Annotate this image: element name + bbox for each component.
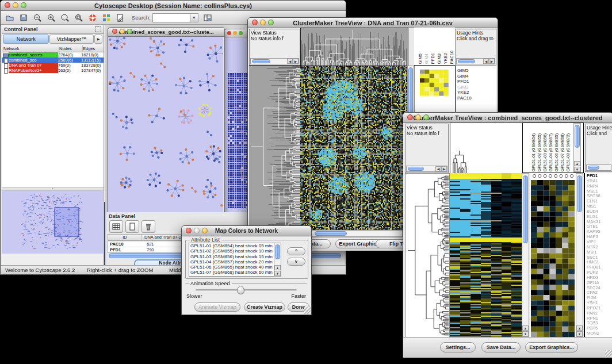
tv2-gene-item[interactable]: SPC98	[587, 194, 612, 199]
animate-vizmap-button[interactable]: Animate Vizmap	[194, 302, 240, 312]
speed-slider-thumb[interactable]	[237, 286, 244, 294]
network-list-row[interactable]: RNAPuberNov2+563(0)107847(0)	[2, 68, 104, 73]
network-list-row[interactable]: combined_sco2569(6)13112(15)	[2, 58, 104, 63]
table-import-icon[interactable]	[201, 12, 214, 24]
tv2-gene-item[interactable]: YRA1	[587, 179, 612, 184]
float-panel-icon[interactable]	[95, 26, 101, 32]
tv2-save-data-button[interactable]: Save Data...	[481, 342, 521, 352]
help-lifebuoy-icon[interactable]	[86, 12, 99, 24]
tv1-gene-item[interactable]: PFD1	[457, 79, 496, 85]
tv2-gene-item[interactable]: KAP95	[587, 229, 612, 235]
minimize-button[interactable]	[415, 114, 421, 120]
attribute-list-item[interactable]: GPL51-06 (GSM865) heat shock 40 min	[189, 265, 274, 270]
close-button[interactable]	[5, 2, 10, 8]
zoom-button[interactable]	[239, 31, 243, 35]
tv1-gene-item[interactable]: GIM3	[457, 85, 496, 90]
tv2-gene-item[interactable]: FIG4	[587, 296, 612, 301]
attribute-list-item[interactable]: GPL51-01 (GSM854) heat shock 05 min	[189, 243, 274, 248]
minimize-button[interactable]	[233, 31, 237, 35]
network-list-row[interactable]: DNA and Tran 07769(0)183728(0)	[2, 63, 104, 68]
tab-network[interactable]: Network	[3, 35, 49, 44]
vizmapper-grid-icon[interactable]	[100, 12, 113, 24]
tv1-gene-item[interactable]: GIM4	[457, 74, 496, 79]
tv1-heatmap-hscrollbar[interactable]: ◀ ▶	[300, 230, 414, 237]
attribute-grid-icon[interactable]	[109, 220, 123, 233]
network-canvas-1[interactable]	[108, 37, 223, 212]
attribute-list-item[interactable]: GPL51-04 (GSM857) heat shock 20 min	[189, 259, 274, 265]
tv2-gene-item[interactable]: MON2	[587, 331, 612, 336]
main-titlebar[interactable]: Cytoscape Desktop (Session Name: collins…	[1, 1, 346, 11]
speed-slider-track[interactable]	[196, 289, 297, 291]
tv1-column-label[interactable]: GIM5	[418, 53, 423, 64]
minimize-button[interactable]	[194, 228, 200, 233]
tv2-gene-item[interactable]: SEC1	[587, 255, 612, 260]
tv1-column-label[interactable]: PFD1	[430, 53, 435, 64]
tab-vizmapper[interactable]: VizMapper™	[49, 35, 94, 44]
delete-attribute-icon[interactable]	[141, 220, 155, 233]
tv2-gene-item[interactable]: HMG1	[587, 260, 612, 265]
tv2-gene-item[interactable]: NIS1	[587, 204, 612, 209]
tv1-gene-item[interactable]: PAC10	[457, 95, 496, 101]
tv2-gene-item[interactable]: TCB3	[587, 321, 612, 326]
zoom-button[interactable]	[268, 20, 274, 25]
tv1-column-dendrogram[interactable]	[300, 28, 408, 67]
tv2-gene-item[interactable]: HRD3	[587, 275, 612, 281]
tv2-row-dendrogram[interactable]	[405, 173, 450, 338]
network2-titlebar[interactable]	[225, 29, 250, 37]
tv1-gene-item[interactable]: YKE2	[457, 90, 496, 95]
resize-grip[interactable]	[605, 350, 612, 357]
tv2-heatmap-vscrollbar[interactable]: ▲ ▼	[522, 173, 529, 337]
tv2-labels-scrollbar[interactable]: ▲ ▼	[573, 123, 581, 173]
tv1-similarity-matrix[interactable]	[420, 70, 449, 96]
tv2-column-label[interactable]: GPL51-01 (GSM854)	[531, 133, 536, 171]
tv2-column-label[interactable]: GPL51-04 (GSM857)	[548, 133, 553, 171]
tv2-gene-item[interactable]: CLN1	[587, 199, 612, 204]
tv2-column-label[interactable]: GPL51-08 (GSM872)	[565, 133, 571, 171]
zoom-button[interactable]	[202, 228, 208, 233]
zoom-button[interactable]	[127, 29, 132, 34]
treeview1-titlebar[interactable]: ClusterMaker TreeView : DNA and Tran 07-…	[248, 18, 498, 28]
search-input[interactable]	[152, 13, 190, 22]
tv2-gene-item[interactable]: YSH1	[587, 301, 612, 306]
zoom-fit-icon[interactable]	[59, 12, 71, 24]
network-canvas-2[interactable]	[225, 37, 249, 213]
zoom-button[interactable]	[21, 2, 26, 8]
create-vizmap-button[interactable]: Create Vizmap	[244, 302, 285, 312]
minimize-button[interactable]	[13, 2, 18, 8]
treeview2-titlebar[interactable]: ClusterMaker TreeView : combined_scores_…	[403, 113, 612, 123]
tv2-gene-item[interactable]: RPN1	[587, 316, 612, 321]
minimize-button[interactable]	[260, 20, 266, 25]
tv1-status-scrollbar[interactable]: ◀ ▶	[250, 58, 299, 64]
tv1-column-label[interactable]: PAC10	[449, 51, 454, 64]
tv2-gene-item[interactable]: PUF3	[587, 270, 612, 275]
attribute-list-item[interactable]: GPL51-03 (GSM856) heat shock 15 min	[189, 254, 274, 259]
tv2-column-label[interactable]: GPL51-06 (GSM865)	[554, 133, 559, 171]
tv1-row-dendrogram[interactable]	[249, 66, 300, 231]
birdseye-view[interactable]	[2, 190, 103, 254]
tv2-hints-scrollbar[interactable]	[586, 164, 611, 171]
tv2-gene-item[interactable]: ELG1	[587, 214, 612, 220]
tv2-column-label[interactable]: GPL51-03 (GSM856)	[542, 133, 548, 171]
tv2-gene-item[interactable]: PEP5	[587, 326, 612, 331]
tv2-gene-item[interactable]: SEC24	[587, 286, 612, 291]
tv1-column-label[interactable]: GIM3	[437, 53, 442, 64]
attribute-list-item[interactable]: GPL51-02 (GSM855) heat shock 10 min	[189, 248, 274, 254]
tv2-gene-item[interactable]: CPA2	[587, 290, 612, 296]
tv2-export-graphics-button[interactable]: Export Graphics...	[525, 342, 578, 352]
tv2-status-scrollbar[interactable]: ◀ ▶	[406, 166, 447, 172]
zoom-in-icon[interactable]	[45, 12, 58, 24]
move-up-button[interactable]: ^	[287, 247, 305, 255]
tv2-column-label[interactable]: GPL51-02 (GSM855)	[537, 133, 542, 171]
tv1-heatmap[interactable]	[300, 66, 407, 231]
network-list-row[interactable]: combined_scores2764(0)16218(0)	[2, 52, 104, 58]
zoom-out-icon[interactable]	[31, 12, 44, 24]
tv2-gene-item[interactable]: VIP1	[587, 240, 612, 245]
tv1-column-label[interactable]: YKE2	[443, 53, 448, 64]
save-icon[interactable]	[17, 12, 30, 24]
close-button[interactable]	[407, 114, 413, 120]
tv2-gene-item[interactable]: MSL1	[587, 189, 612, 194]
tv2-gene-item[interactable]: RNR4	[587, 184, 612, 189]
resize-grip[interactable]	[304, 307, 311, 314]
tv2-gene-item[interactable]: NTR2	[587, 245, 612, 250]
tv1-gene-item[interactable]: GIM5	[457, 68, 496, 74]
